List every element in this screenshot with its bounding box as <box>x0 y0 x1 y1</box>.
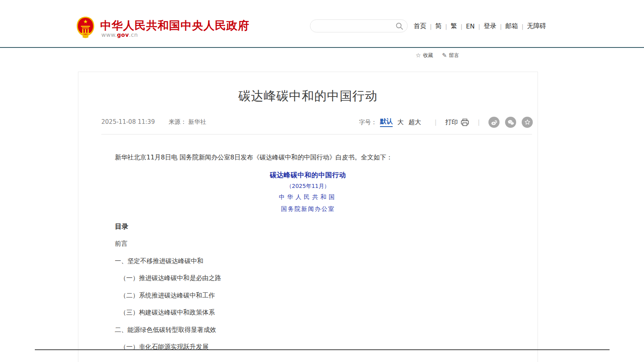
document-date: （2025年11月） <box>78 183 538 190</box>
toc-item: 一、坚定不移推进碳达峰碳中和 <box>115 257 501 274</box>
bottom-divider <box>35 349 610 350</box>
nav-login[interactable]: 登录 <box>484 22 496 30</box>
message-label: 留言 <box>449 52 459 59</box>
search-icon[interactable] <box>395 22 403 30</box>
article-meta-row: 2025-11-08 11:39 来源： 新华社 字号： 默认 大 超大 | 打… <box>101 116 533 128</box>
nav-separator: | <box>445 23 447 30</box>
font-size-xlarge[interactable]: 超大 <box>408 118 421 127</box>
nav-separator: | <box>430 23 432 30</box>
national-emblem-icon: ★ <box>76 16 95 39</box>
page-tools: ☆ 收藏 ✎ 留言 <box>416 52 459 59</box>
article-container: 碳达峰碳中和的中国行动 2025-11-08 11:39 来源： 新华社 字号：… <box>78 72 538 362</box>
printer-icon <box>461 119 469 126</box>
article-controls: 字号： 默认 大 超大 | 打印 | <box>359 116 533 128</box>
document-issuer-country: 中华人民共和国 <box>78 193 538 201</box>
nav-accessibility[interactable]: 无障碍 <box>527 22 546 30</box>
site-url[interactable]: www.gov.cn <box>101 32 138 38</box>
controls-separator: | <box>478 119 480 126</box>
source-label: 来源： <box>169 118 186 125</box>
toc-item: 前言 <box>115 239 501 257</box>
meta-divider <box>101 134 532 135</box>
star-badge-icon <box>524 119 531 126</box>
toc-item: 二、能源绿色低碳转型取得显著成效 <box>115 326 501 343</box>
controls-separator: | <box>435 119 437 126</box>
page: ★ 中华人民共和国中央人民政府 www.gov.cn 首页| 简| 繁| E <box>0 0 644 362</box>
font-size-default[interactable]: 默认 <box>380 118 393 127</box>
document-issuer-office: 国务院新闻办公室 <box>78 205 538 213</box>
nav-mail[interactable]: 邮箱 <box>505 22 518 30</box>
star-outline-icon: ☆ <box>416 53 421 59</box>
toc-heading: 目录 <box>115 222 128 231</box>
site-title: 中华人民共和国中央人民政府 <box>100 18 249 33</box>
weibo-icon <box>490 119 498 126</box>
article-title: 碳达峰碳中和的中国行动 <box>78 88 538 104</box>
search-box[interactable] <box>310 19 408 32</box>
share-group <box>488 117 533 128</box>
print-button[interactable]: 打印 <box>445 118 469 127</box>
nav-separator: | <box>460 23 462 30</box>
pencil-icon: ✎ <box>442 53 447 59</box>
favorite-button[interactable]: ☆ 收藏 <box>416 52 433 59</box>
favorite-label: 收藏 <box>423 52 433 59</box>
font-size-label: 字号： <box>359 119 377 126</box>
share-more-button[interactable] <box>522 117 533 128</box>
wechat-icon <box>507 119 515 126</box>
toc-item: （三）构建碳达峰碳中和政策体系 <box>115 308 501 326</box>
nav-simplified[interactable]: 简 <box>435 22 442 30</box>
message-button[interactable]: ✎ 留言 <box>442 52 459 59</box>
nav-english[interactable]: EN <box>466 23 475 30</box>
table-of-contents: 前言 一、坚定不移推进碳达峰碳中和 （一）推进碳达峰碳中和是必由之路 （二）系统… <box>115 239 501 360</box>
toc-item: （一）推进碳达峰碳中和是必由之路 <box>115 274 501 291</box>
source-value[interactable]: 新华社 <box>188 118 206 125</box>
share-wechat-button[interactable] <box>505 117 516 128</box>
top-nav: 首页| 简| 繁| EN| 登录| 邮箱| 无障碍 <box>414 22 546 30</box>
article-lead: 新华社北京11月8日电 国务院新闻办公室8日发布《碳达峰碳中和的中国行动》白皮书… <box>115 153 501 162</box>
share-weibo-button[interactable] <box>488 117 500 128</box>
svg-text:★: ★ <box>83 19 88 25</box>
nav-separator: | <box>522 23 524 30</box>
article-meta: 2025-11-08 11:39 来源： 新华社 <box>101 118 206 126</box>
document-title: 碳达峰碳中和的中国行动 <box>78 171 538 180</box>
nav-home[interactable]: 首页 <box>414 22 426 30</box>
search-input[interactable] <box>317 20 392 32</box>
publish-datetime: 2025-11-08 11:39 <box>101 118 155 125</box>
nav-separator: | <box>478 23 480 30</box>
nav-traditional[interactable]: 繁 <box>450 22 457 30</box>
toc-item: （二）系统推进碳达峰碳中和工作 <box>115 291 501 309</box>
toc-item: （一）非化石能源实现跃升发展 <box>115 343 501 360</box>
nav-separator: | <box>500 23 502 30</box>
font-size-large[interactable]: 大 <box>397 118 404 127</box>
print-label: 打印 <box>445 118 458 127</box>
site-header: ★ 中华人民共和国中央人民政府 www.gov.cn 首页| 简| 繁| E <box>0 0 644 48</box>
header-divider <box>0 47 644 48</box>
